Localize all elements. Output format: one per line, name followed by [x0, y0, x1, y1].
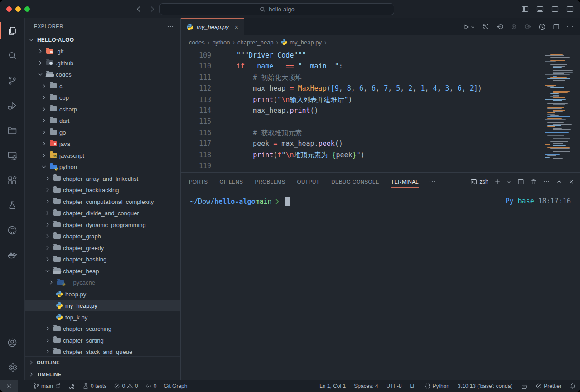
tab-my-heap[interactable]: my_heap.py ×	[181, 18, 244, 35]
tree-item-top-k-py[interactable]: top_k.py	[25, 311, 180, 323]
tree-item--git[interactable]: .git	[25, 46, 180, 58]
close-panel-icon[interactable]	[568, 179, 575, 185]
maximize-panel-icon[interactable]	[556, 179, 562, 185]
status-language-mode[interactable]: Python	[420, 380, 454, 392]
breadcrumb-item[interactable]: python	[212, 39, 230, 46]
tree-item--github[interactable]: .github	[25, 57, 180, 69]
tree-item-csharp[interactable]: csharp	[25, 103, 180, 115]
tree-item-dart[interactable]: dart	[25, 115, 180, 127]
close-window-button[interactable]	[6, 6, 12, 12]
code-line-110[interactable]: 110if __name__ == "__main__":	[181, 61, 539, 72]
timeline-section[interactable]: TIMELINE	[25, 368, 180, 380]
panel-tab-gitlens[interactable]: GITLENS	[219, 173, 243, 191]
tree-item-chapter-greedy[interactable]: chapter_greedy	[25, 242, 180, 254]
tree-item-cpp[interactable]: cpp	[25, 92, 180, 104]
terminal[interactable]: ~/Dow/hello-algo main Py base 18:17:16	[181, 191, 580, 380]
testing-icon[interactable]	[0, 193, 25, 218]
panel-tab-ports[interactable]: PORTS	[189, 173, 208, 191]
terminal-shell-button[interactable]: zsh	[470, 179, 488, 185]
tree-item-javascript[interactable]: javascript	[25, 150, 180, 161]
run-debug-icon[interactable]	[0, 93, 25, 118]
tree-item-chapter-computational-complexity[interactable]: chapter_computational_complexity	[25, 196, 180, 208]
tree-item-chapter-graph[interactable]: chapter_graph	[25, 231, 180, 242]
panel-tabs-more-icon[interactable]	[429, 178, 436, 185]
code-line-114[interactable]: 114 max_heap.print()	[181, 105, 539, 116]
panel-tab-terminal[interactable]: TERMINAL	[391, 173, 419, 191]
split-terminal-icon[interactable]	[517, 179, 524, 185]
customize-layout-icon[interactable]	[566, 5, 574, 13]
breadcrumb-item[interactable]: my_heap.py	[281, 39, 322, 46]
status-eol[interactable]: LF	[406, 380, 420, 392]
status-git-branch[interactable]: main	[29, 380, 65, 392]
panel-tab-output[interactable]: OUTPUT	[297, 173, 320, 191]
code-line-115[interactable]: 115	[181, 116, 539, 127]
tree-item-python[interactable]: python	[25, 161, 180, 173]
tree-item-chapter-array-and-linkedlist[interactable]: chapter_array_and_linkedlist	[25, 173, 180, 184]
code-line-109[interactable]: 109"""Driver Code"""	[181, 50, 539, 61]
panel-tab-problems[interactable]: PROBLEMS	[255, 173, 285, 191]
toggle-sidebar-icon[interactable]	[522, 5, 529, 13]
tree-item-chapter-sorting[interactable]: chapter_sorting	[25, 334, 180, 346]
open-changes-icon[interactable]	[496, 23, 503, 30]
code-line-118[interactable]: 118 print(f"\n堆顶元素为 {peek}")	[181, 150, 539, 160]
tree-item-hello-algo[interactable]: HELLO-ALGO	[25, 34, 180, 46]
split-editor-icon[interactable]	[553, 24, 560, 30]
minimize-window-button[interactable]	[15, 6, 21, 12]
code-line-111[interactable]: 111 # 初始化大顶堆	[181, 72, 539, 83]
status-git-graph[interactable]: Git Graph	[160, 380, 191, 392]
history-back-button[interactable]	[135, 5, 142, 13]
github-icon[interactable]	[0, 218, 25, 242]
status-prettier[interactable]: Prettier	[532, 380, 566, 392]
gitlens-icon[interactable]	[538, 23, 546, 31]
tree-item-chapter-hashing[interactable]: chapter_hashing	[25, 254, 180, 266]
tree-item--pycache-[interactable]: __pycache__	[25, 277, 180, 289]
close-tab-icon[interactable]: ×	[235, 24, 238, 31]
code-line-117[interactable]: 117 peek = max_heap.peek()	[181, 138, 539, 149]
status-remote[interactable]	[0, 380, 18, 392]
status-ports[interactable]: 0	[142, 380, 160, 392]
code-line-116[interactable]: 116 # 获取堆顶元素	[181, 127, 539, 138]
status-notifications[interactable]	[566, 380, 580, 392]
tree-item-chapter-divide-and-conquer[interactable]: chapter_divide_and_conquer	[25, 208, 180, 219]
explorer-icon[interactable]	[0, 18, 25, 43]
status-indentation[interactable]: Spaces: 4	[350, 380, 382, 392]
breadcrumb-item[interactable]: codes	[189, 39, 205, 46]
panel-more-actions-icon[interactable]	[543, 178, 550, 185]
editor-more-actions-icon[interactable]	[566, 23, 574, 30]
editor[interactable]: 109"""Driver Code"""110if __name__ == "_…	[181, 49, 580, 172]
status-problems[interactable]: 00	[110, 380, 141, 392]
tree-item-chapter-searching[interactable]: chapter_searching	[25, 323, 180, 335]
tree-item-c[interactable]: c	[25, 80, 180, 92]
source-control-icon[interactable]	[0, 68, 25, 93]
timeline-history-icon[interactable]	[482, 23, 489, 30]
kill-terminal-icon[interactable]	[530, 179, 537, 185]
docker-icon[interactable]	[0, 242, 25, 267]
breadcrumb-item[interactable]: ...	[329, 39, 334, 46]
tree-item-java[interactable]: java	[25, 138, 180, 150]
status-python-interpreter[interactable]: 3.10.13 ('base': conda)	[454, 380, 517, 392]
zoom-window-button[interactable]	[24, 6, 30, 12]
history-forward-button[interactable]	[149, 5, 156, 13]
status-cursor-position[interactable]: Ln 1, Col 1	[315, 380, 350, 392]
status-encoding[interactable]: UTF-8	[382, 380, 406, 392]
tree-item-chapter-stack-and-queue[interactable]: chapter_stack_and_queue	[25, 346, 180, 357]
tree-item-go[interactable]: go	[25, 126, 180, 138]
code-line-113[interactable]: 113 print("\n输入列表并建堆后")	[181, 94, 539, 105]
accounts-icon[interactable]	[0, 330, 25, 355]
breadcrumb-item[interactable]: chapter_heap	[237, 39, 274, 46]
toggle-panel-icon[interactable]	[536, 5, 544, 13]
remote-explorer-icon[interactable]	[0, 143, 25, 168]
tree-item-my-heap-py[interactable]: my_heap.py	[25, 300, 180, 312]
code-line-119[interactable]: 119	[181, 160, 539, 171]
settings-gear-icon[interactable]	[0, 355, 25, 380]
new-terminal-icon[interactable]	[494, 179, 501, 185]
command-center-search[interactable]: hello-algo	[160, 3, 394, 15]
minimap[interactable]	[545, 51, 573, 160]
run-python-file-button[interactable]	[463, 24, 475, 30]
explorer-more-actions-icon[interactable]	[167, 23, 174, 30]
code-line-112[interactable]: 112 max_heap = MaxHeap([9, 8, 6, 6, 7, 5…	[181, 83, 539, 94]
project-folder-icon[interactable]	[0, 118, 25, 143]
search-view-icon[interactable]	[0, 43, 25, 68]
tree-item-codes[interactable]: codes	[25, 69, 180, 81]
status-git-graph-icon[interactable]	[65, 380, 79, 392]
